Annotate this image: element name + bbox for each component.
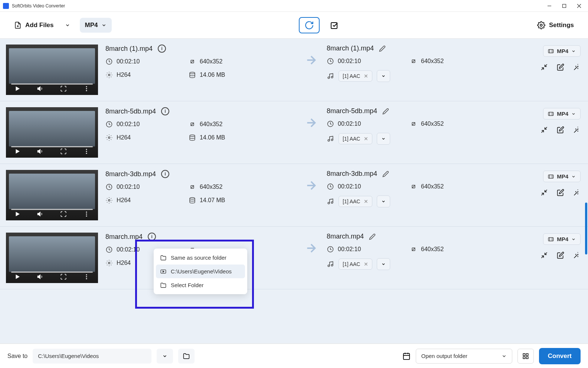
menu-same-as-source[interactable]: Same as source folder [156, 251, 245, 264]
output-format-button[interactable]: MP4 [543, 45, 581, 57]
svg-line-67 [574, 192, 578, 195]
edit-icon[interactable] [557, 189, 564, 196]
edit-icon[interactable] [379, 45, 386, 52]
play-icon[interactable] [14, 211, 21, 217]
video-thumbnail[interactable] [6, 233, 98, 283]
edit-icon[interactable] [557, 252, 564, 259]
clock-icon [105, 246, 113, 253]
info-icon[interactable]: i [161, 170, 169, 178]
edit-icon[interactable] [557, 63, 564, 71]
remove-audio-icon[interactable]: ✕ [364, 73, 368, 79]
video-thumbnail[interactable] [6, 170, 98, 220]
more-icon[interactable] [83, 211, 90, 217]
output-format-button[interactable]: MP4 [543, 171, 581, 182]
calendar-icon[interactable] [402, 352, 411, 360]
compress-icon[interactable] [540, 252, 548, 259]
info-icon[interactable]: i [158, 45, 166, 53]
seek-bar[interactable] [11, 272, 93, 273]
output-format-button[interactable]: MP4 [543, 233, 581, 245]
audio-dropdown[interactable] [377, 196, 390, 207]
magic-icon[interactable] [573, 189, 581, 196]
compress-icon[interactable] [540, 126, 548, 134]
video-thumbnail[interactable] [6, 107, 98, 158]
remove-audio-icon[interactable]: ✕ [364, 198, 368, 204]
svg-rect-22 [548, 49, 553, 53]
close-button[interactable] [576, 3, 582, 9]
music-icon [327, 198, 334, 205]
layout-button[interactable] [517, 349, 534, 364]
file-row: 8march-5db.mp4 i 00:02:10 640x352 H264 1… [0, 101, 588, 164]
more-icon[interactable] [83, 148, 90, 155]
volume-icon[interactable] [37, 85, 44, 92]
browse-folder-button[interactable] [178, 349, 195, 364]
output-format-button[interactable]: MP4 [543, 108, 581, 119]
clock-icon [327, 120, 334, 128]
filesize-field: 14.06 MB [189, 71, 263, 79]
remove-audio-icon[interactable]: ✕ [364, 261, 368, 267]
play-icon[interactable] [14, 273, 21, 280]
svg-line-47 [574, 129, 578, 132]
audio-dropdown[interactable] [377, 133, 390, 145]
magic-icon[interactable] [573, 252, 581, 259]
format-button[interactable]: MP4 [80, 18, 112, 33]
resolution-field: 640x352 [189, 183, 263, 191]
clock-icon [327, 246, 334, 253]
disk-icon [189, 197, 196, 204]
chevron-down-icon [571, 49, 576, 53]
scrollbar-thumb[interactable] [585, 203, 587, 254]
checkbox-button[interactable] [324, 17, 345, 33]
menu-select-folder[interactable]: Select Folder [156, 278, 245, 292]
audio-dropdown[interactable] [377, 258, 390, 270]
audio-track-pill[interactable]: [1] AAC✕ [339, 196, 372, 207]
compress-icon[interactable] [540, 63, 548, 71]
audio-track-pill[interactable]: [1] AAC✕ [339, 259, 372, 270]
volume-icon[interactable] [37, 148, 44, 155]
menu-recent-path[interactable]: C:\Users\Eugene\Videos [156, 264, 245, 278]
video-thumbnail[interactable] [6, 45, 98, 95]
save-path-dropdown-button[interactable] [157, 349, 173, 364]
save-path-field[interactable]: C:\Users\Eugene\Videos [33, 349, 151, 364]
minimize-button[interactable] [546, 3, 552, 9]
refresh-button[interactable] [299, 17, 320, 33]
menu-select-label: Select Folder [171, 282, 203, 288]
svg-line-34 [191, 123, 194, 126]
svg-point-32 [86, 153, 87, 154]
svg-point-7 [540, 24, 542, 26]
seek-bar[interactable] [11, 209, 93, 210]
add-files-button[interactable]: Add Files [9, 18, 75, 33]
magic-icon[interactable] [573, 63, 581, 71]
compress-icon[interactable] [540, 189, 548, 196]
audio-track-pill[interactable]: [1] AAC✕ [339, 133, 372, 144]
music-icon [327, 135, 334, 142]
svg-point-41 [331, 139, 333, 141]
seek-bar[interactable] [11, 146, 93, 147]
edit-icon[interactable] [382, 108, 389, 115]
volume-icon[interactable] [37, 273, 44, 280]
info-icon[interactable]: i [148, 233, 156, 241]
open-output-dropdown[interactable]: Open output folder [416, 349, 512, 364]
maximize-button[interactable] [561, 3, 567, 9]
seek-bar[interactable] [11, 83, 93, 85]
magic-icon[interactable] [573, 126, 581, 134]
edit-icon[interactable] [369, 233, 376, 240]
fullscreen-icon[interactable] [60, 148, 67, 155]
play-icon[interactable] [14, 148, 21, 155]
more-icon[interactable] [83, 85, 90, 92]
filesize-field: 14.06 MB [189, 134, 263, 141]
info-icon[interactable]: i [161, 107, 169, 115]
fullscreen-icon[interactable] [60, 85, 67, 92]
fullscreen-icon[interactable] [60, 273, 67, 280]
edit-icon[interactable] [557, 126, 564, 134]
output-duration: 00:02:10 [327, 120, 401, 128]
gear-icon [537, 21, 545, 29]
play-icon[interactable] [14, 85, 21, 92]
convert-button[interactable]: Convert [539, 348, 581, 364]
audio-dropdown[interactable] [377, 70, 390, 82]
fullscreen-icon[interactable] [60, 211, 67, 217]
settings-button[interactable]: Settings [532, 17, 579, 33]
more-icon[interactable] [83, 273, 90, 280]
audio-track-pill[interactable]: [1] AAC✕ [339, 70, 372, 82]
edit-icon[interactable] [382, 171, 389, 177]
remove-audio-icon[interactable]: ✕ [364, 136, 368, 142]
volume-icon[interactable] [37, 211, 44, 217]
